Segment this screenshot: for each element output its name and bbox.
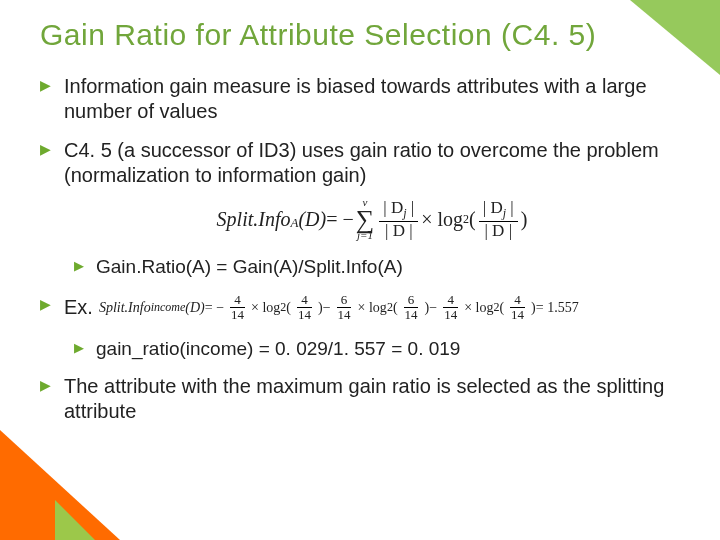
example-formula: Split.Infoincome(D) = − 414 × log2( 414)… (99, 293, 579, 323)
sum-lower: j=1 (357, 231, 373, 241)
fraction-1: | Dj | | D | (379, 199, 418, 240)
bullet-3: Ex. Split.Infoincome(D) = − 414 × log2( … (40, 293, 680, 360)
decoration-bottom-triangle-green (55, 500, 95, 540)
decoration-top-triangle (630, 0, 720, 75)
bullet-3-sub1: gain_ratio(income) = 0. 029/1. 557 = 0. … (74, 337, 680, 361)
formula-lhs-sub: A (291, 215, 299, 231)
formula-lhs-arg: (D) (298, 207, 326, 232)
bullet-2-text: C4. 5 (a successor of ID3) uses gain rat… (64, 139, 659, 186)
bullet-list: Information gain measure is biased towar… (40, 74, 680, 424)
formula-eq: = − (326, 207, 354, 232)
example-label: Ex. (64, 295, 93, 320)
bullet-4: The attribute with the maximum gain rati… (40, 374, 680, 424)
bullet-1: Information gain measure is biased towar… (40, 74, 680, 124)
gain-ratio-income: gain_ratio(income) = 0. 029/1. 557 = 0. … (96, 338, 460, 359)
times-log: × log (421, 207, 463, 232)
bullet-2: C4. 5 (a successor of ID3) uses gain rat… (40, 138, 680, 279)
fraction-2: | Dj | | D | (479, 199, 518, 240)
bullet-4-text: The attribute with the maximum gain rati… (64, 375, 664, 422)
slide-title: Gain Ratio for Attribute Selection (C4. … (40, 18, 680, 52)
split-info-formula: Split.Info A (D) = − v ∑ j=1 | Dj | | D … (64, 198, 680, 241)
bullet-2-sub1: Gain.Ratio(A) = Gain(A)/Split.Info(A) (74, 255, 680, 279)
summation-icon: v ∑ j=1 (356, 198, 375, 241)
gain-ratio-def: Gain.Ratio(A) = Gain(A)/Split.Info(A) (96, 256, 403, 277)
formula-lhs-name: Split.Info (217, 207, 291, 232)
bullet-1-text: Information gain measure is biased towar… (64, 75, 647, 122)
